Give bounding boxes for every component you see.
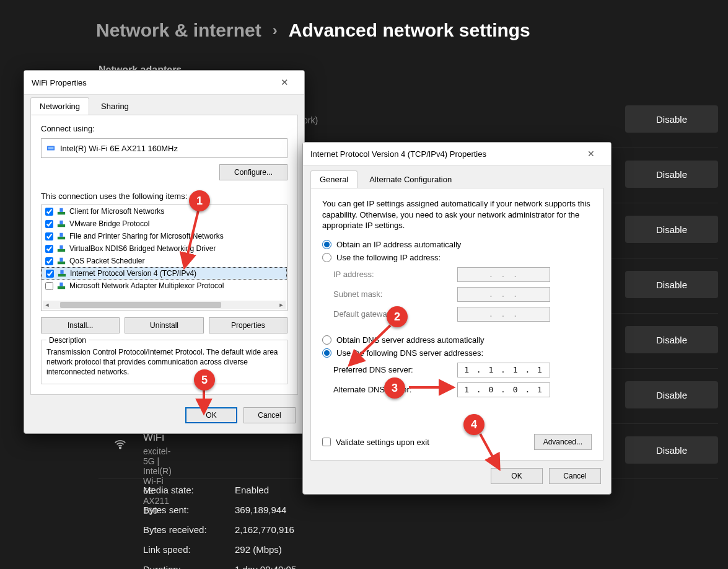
dialog-titlebar[interactable]: WiFi Properties ✕	[24, 71, 304, 95]
stat-key: Media state:	[143, 485, 235, 505]
alternate-dns-input[interactable]: 1 . 0 . 0 . 1	[457, 382, 550, 397]
svg-rect-4	[59, 208, 63, 212]
svg-rect-14	[60, 270, 63, 274]
item-checkbox[interactable]	[46, 270, 54, 278]
chevron-right-icon: ›	[273, 22, 278, 39]
item-checkbox[interactable]	[45, 220, 53, 228]
protocol-icon	[57, 281, 66, 290]
install-button[interactable]: Install...	[41, 317, 120, 333]
item-label: Client for Microsoft Networks	[69, 207, 164, 216]
connection-item[interactable]: Microsoft Network Adapter Multiplexor Pr…	[42, 280, 287, 292]
stat-value: 2,162,770,916	[235, 524, 294, 544]
scroll-right-icon[interactable]: ►	[277, 301, 286, 309]
disable-button[interactable]: Disable	[625, 105, 718, 133]
stat-value: 1 day 00:40:05	[235, 564, 296, 569]
svg-rect-5	[58, 224, 65, 227]
breadcrumb-root[interactable]: Network & internet	[96, 20, 261, 41]
disable-button[interactable]: Disable	[625, 271, 718, 298]
connection-item[interactable]: File and Printer Sharing for Microsoft N…	[42, 230, 287, 242]
item-label: VirtualBox NDIS6 Bridged Networking Driv…	[69, 244, 216, 253]
radio-use-ip[interactable]	[322, 253, 331, 262]
disable-button[interactable]: Disable	[625, 436, 718, 464]
wifi-stats: Media state:Enabled Bytes sent:369,189,9…	[143, 485, 296, 569]
connection-item[interactable]: Internet Protocol Version 4 (TCP/IPv4)	[42, 267, 287, 280]
breadcrumb: Network & internet › Advanced network se…	[96, 20, 530, 41]
cancel-button[interactable]: Cancel	[243, 407, 296, 423]
disable-button[interactable]: Disable	[625, 216, 718, 243]
adapter-icon	[46, 144, 55, 152]
advanced-button[interactable]: Advanced...	[534, 434, 592, 450]
uninstall-button[interactable]: Uninstall	[125, 317, 203, 333]
item-checkbox[interactable]	[45, 245, 53, 253]
item-checkbox[interactable]	[45, 208, 53, 216]
item-checkbox[interactable]	[45, 257, 53, 265]
horizontal-scrollbar[interactable]: ◄ ►	[43, 301, 286, 309]
stat-value: 292 (Mbps)	[235, 544, 282, 564]
radio-obtain-dns-auto[interactable]	[322, 335, 331, 345]
connection-item[interactable]: Client for Microsoft Networks	[42, 205, 287, 218]
svg-rect-9	[58, 249, 65, 252]
items-label: This connection uses the following items…	[41, 192, 287, 201]
connection-item[interactable]: VMware Bridge Protocol	[42, 218, 287, 230]
stat-key: Duration:	[143, 564, 235, 569]
connection-item[interactable]: QoS Packet Scheduler	[42, 255, 287, 267]
disable-button[interactable]: Disable	[625, 381, 718, 408]
ip-address-input: . . .	[457, 267, 550, 282]
tab-general[interactable]: General	[310, 170, 357, 188]
disable-button[interactable]: Disable	[625, 161, 718, 188]
callout-5: 5	[194, 369, 215, 390]
ok-button[interactable]: OK	[491, 468, 543, 484]
svg-rect-12	[59, 258, 63, 262]
item-checkbox[interactable]	[45, 282, 53, 290]
svg-rect-3	[58, 212, 65, 214]
wifi-icon	[112, 438, 128, 455]
connection-item[interactable]: VirtualBox NDIS6 Bridged Networking Driv…	[42, 242, 287, 255]
scroll-left-icon[interactable]: ◄	[43, 301, 51, 309]
scrollbar-thumb[interactable]	[60, 302, 221, 308]
item-checkbox[interactable]	[45, 232, 53, 240]
disable-button[interactable]: Disable	[625, 326, 718, 353]
close-icon[interactable]: ✕	[579, 145, 603, 162]
callout-2: 2	[387, 306, 408, 327]
radio-use-dns[interactable]	[322, 348, 331, 358]
radio-label: Obtain DNS server address automatically	[336, 335, 484, 345]
subnet-mask-label: Subnet mask:	[333, 289, 457, 299]
stat-value: 369,189,944	[235, 505, 286, 524]
svg-rect-13	[58, 274, 66, 276]
item-label: QoS Packet Scheduler	[69, 257, 144, 265]
tab-sharing[interactable]: Sharing	[92, 97, 138, 115]
tab-alternate-configuration[interactable]: Alternate Configuration	[360, 170, 461, 188]
validate-settings-checkbox[interactable]	[322, 438, 331, 446]
intro-text: You can get IP settings assigned automat…	[322, 198, 592, 231]
configure-button[interactable]: Configure...	[219, 164, 287, 180]
stat-key: Link speed:	[143, 544, 235, 564]
item-label: Microsoft Network Adapter Multiplexor Pr…	[69, 281, 224, 290]
svg-rect-8	[59, 233, 63, 237]
adapter-subtext: ork)	[303, 115, 318, 125]
tab-networking[interactable]: Networking	[30, 97, 89, 115]
svg-rect-11	[58, 262, 65, 264]
svg-rect-2	[48, 147, 54, 149]
svg-rect-6	[59, 221, 63, 224]
protocol-icon	[57, 257, 66, 265]
radio-label: Obtain an IP address automatically	[336, 240, 461, 249]
description-text: Transmission Control Protocol/Internet P…	[46, 347, 282, 377]
callout-4: 4	[463, 414, 485, 435]
radio-obtain-ip-auto[interactable]	[322, 240, 331, 249]
callout-1: 1	[189, 190, 210, 211]
preferred-dns-input[interactable]: 1 . 1 . 1 . 1	[457, 363, 550, 377]
svg-rect-15	[58, 286, 65, 289]
radio-label: Use the following DNS server addresses:	[336, 348, 483, 358]
ok-button[interactable]: OK	[185, 407, 237, 423]
protocol-icon	[57, 232, 66, 240]
dialog-titlebar[interactable]: Internet Protocol Version 4 (TCP/IPv4) P…	[303, 143, 611, 165]
ip-address-label: IP address:	[333, 270, 457, 279]
properties-button[interactable]: Properties	[209, 317, 287, 333]
close-icon[interactable]: ✕	[272, 73, 297, 92]
cancel-button[interactable]: Cancel	[549, 468, 601, 484]
validate-settings-label: Validate settings upon exit	[336, 438, 429, 447]
breadcrumb-current: Advanced network settings	[289, 20, 530, 41]
callout-3: 3	[384, 377, 405, 399]
adapter-field[interactable]: Intel(R) Wi-Fi 6E AX211 160MHz	[41, 138, 287, 158]
connection-items-list[interactable]: Client for Microsoft NetworksVMware Brid…	[41, 205, 287, 311]
